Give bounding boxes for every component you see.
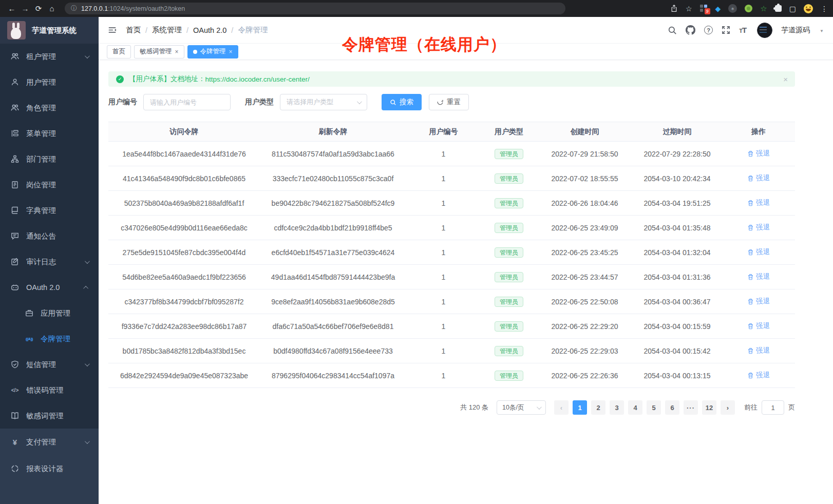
home-icon[interactable]: ⌂ (45, 4, 59, 13)
font-size-icon[interactable]: TT (739, 26, 746, 34)
breadcrumb-system[interactable]: 系统管理 (152, 25, 182, 35)
search-icon[interactable] (668, 26, 677, 35)
share-icon[interactable] (670, 5, 678, 12)
app-logo-row[interactable]: 芋道管理系统 (0, 17, 99, 44)
breadcrumb-oauth[interactable]: OAuth 2.0 (193, 26, 226, 34)
column-header: 创建时间 (537, 127, 632, 137)
page-button[interactable]: 5 (647, 400, 661, 415)
url-text: 127.0.0.1:1024/system/oauth2/token (81, 5, 185, 12)
sidebar-item-oauth-app[interactable]: 应用管理 (0, 300, 99, 326)
page-button[interactable]: 3 (610, 400, 624, 415)
url-bar[interactable]: ⓘ 127.0.0.1:1024/system/oauth2/token (65, 3, 565, 14)
tab-home[interactable]: 首页 (107, 45, 131, 59)
alert-close-icon[interactable]: × (783, 75, 788, 84)
chevron-down-icon (85, 439, 90, 444)
sidebar-item-oauth-token[interactable]: ((A)) 令牌管理 (0, 326, 99, 352)
close-icon[interactable]: × (175, 48, 179, 55)
site-info-icon[interactable]: ⓘ (71, 4, 77, 13)
page-button[interactable]: 2 (591, 400, 605, 415)
sidebar-item-pay[interactable]: ¥ 支付管理 (0, 429, 99, 455)
prev-page-button[interactable]: ‹ (554, 400, 569, 415)
page-button[interactable]: 4 (628, 400, 642, 415)
refresh-token-cell: cdfc4ce9c2da4bb1bdf21b9918ff4be5 (260, 224, 406, 232)
github-icon[interactable] (686, 25, 695, 35)
page-button[interactable]: 1 (573, 400, 587, 415)
force-logout-button[interactable]: 强退 (747, 149, 770, 158)
sidebar-item-user[interactable]: 用户管理 (0, 69, 99, 95)
sidebar-item-dict[interactable]: 字典管理 (0, 198, 99, 223)
sidebar-item-audit[interactable]: 审计日志 (0, 249, 99, 275)
force-logout-button[interactable]: 强退 (747, 346, 770, 355)
force-logout-button[interactable]: 强退 (747, 371, 770, 380)
sidebar-item-tenant[interactable]: 租户管理 (0, 44, 99, 69)
sidebar-item-sms[interactable]: 短信管理 (0, 352, 99, 377)
extensions-grid-icon[interactable]: 9 (700, 5, 708, 12)
refresh-token-cell: 811c530487574fa0af1a59d3abc1aa66 (260, 150, 406, 158)
goto-page-input[interactable] (762, 400, 784, 415)
dark-extension-icon[interactable]: ∗ (728, 4, 737, 13)
access-token-cell: b0d1785bc3a8482f812db4a3f3bd15ec (108, 347, 260, 355)
access-token-cell: f9336e7c7dd242a283ee98dc86b17a87 (108, 322, 260, 331)
reload-icon[interactable]: ⟳ (32, 4, 45, 13)
page-size-select[interactable]: 10条/页 (497, 400, 546, 415)
reset-button[interactable]: 重置 (429, 94, 469, 110)
sidebar: 芋道管理系统 租户管理 用户管理 角色管理 菜单管理 部门管理 (0, 17, 99, 504)
force-logout-button[interactable]: 强退 (747, 321, 770, 331)
user-id-cell: 1 (406, 150, 481, 158)
help-icon[interactable]: ? (704, 26, 713, 34)
forward-icon[interactable]: → (18, 4, 32, 13)
sidebar-item-errorcode[interactable]: </> 错误码管理 (0, 377, 99, 403)
access-token-cell: 54d6be82ee5a460a9aedc1f9bf223656 (108, 273, 260, 281)
user-id-label: 用户编号 (108, 98, 137, 107)
active-dot (193, 50, 197, 54)
back-icon[interactable]: ← (5, 4, 18, 13)
sidebar-item-sensitive-word[interactable]: 敏感词管理 (0, 403, 99, 429)
sidebar-item-post[interactable]: 岗位管理 (0, 172, 99, 198)
sidebar-item-role[interactable]: 角色管理 (0, 95, 99, 121)
collapse-sidebar-icon[interactable] (108, 26, 117, 34)
search-button[interactable]: 搜索 (382, 94, 422, 110)
menu-dots-icon[interactable]: ⋮ (821, 5, 828, 13)
breadcrumb-home[interactable]: 首页 (126, 25, 141, 35)
page-ellipsis-button[interactable]: ··· (684, 400, 698, 415)
avatar[interactable] (757, 23, 772, 38)
user-type-badge: 管理员 (495, 223, 523, 233)
sidebar-item-dept[interactable]: 部门管理 (0, 146, 99, 172)
page-button[interactable]: 6 (665, 400, 679, 415)
doc-link[interactable]: https://doc.iocoder.cn/user-center/ (205, 75, 310, 83)
force-logout-button[interactable]: 强退 (747, 297, 770, 306)
force-logout-button[interactable]: 强退 (747, 247, 770, 257)
sidebar-item-oauth[interactable]: OAuth 2.0 (0, 275, 99, 300)
chevron-up-icon (83, 285, 88, 290)
sidebar-item-report[interactable]: 报表设计器 (0, 455, 99, 482)
puzzle-extension-icon[interactable] (775, 5, 782, 12)
fullscreen-icon[interactable] (722, 26, 730, 34)
close-icon[interactable]: × (229, 48, 233, 55)
sidebar-item-notice[interactable]: 通知公告 (0, 223, 99, 249)
next-page-button[interactable]: › (721, 400, 735, 415)
user-id-input[interactable] (143, 94, 231, 110)
force-logout-button[interactable]: 强退 (747, 173, 770, 183)
expire-time-cell: 2054-03-04 00:15:42 (632, 347, 722, 355)
profile-avatar[interactable] (804, 4, 813, 13)
username[interactable]: 芋道源码 (781, 26, 810, 35)
user-type-badge: 管理员 (495, 346, 523, 356)
action-cell: 强退 (722, 223, 795, 232)
tab-token[interactable]: 令牌管理 × (187, 45, 238, 59)
pagination: 共 120 条 10条/页 ‹ 123456···12 › 前往 页 (108, 400, 795, 415)
star-extension-icon[interactable]: ☆ (760, 4, 767, 13)
tab-sensitive-word[interactable]: 敏感词管理 × (134, 45, 184, 59)
green-extension-icon[interactable] (745, 5, 752, 12)
goto-page: 前往 页 (744, 400, 795, 415)
gem-extension-icon[interactable]: ◆ (715, 5, 721, 13)
force-logout-button[interactable]: 强退 (747, 272, 770, 281)
force-logout-button[interactable]: 强退 (747, 198, 770, 207)
window-icon[interactable]: ▢ (789, 5, 796, 13)
delete-icon (747, 323, 754, 329)
bookmark-star-icon[interactable]: ☆ (686, 5, 692, 13)
user-type-select[interactable]: 请选择用户类型 (280, 94, 367, 110)
sidebar-item-menu[interactable]: 菜单管理 (0, 121, 99, 146)
page-button[interactable]: 12 (702, 400, 716, 415)
force-logout-button[interactable]: 强退 (747, 223, 770, 232)
token-icon: ((A)) (25, 337, 34, 341)
